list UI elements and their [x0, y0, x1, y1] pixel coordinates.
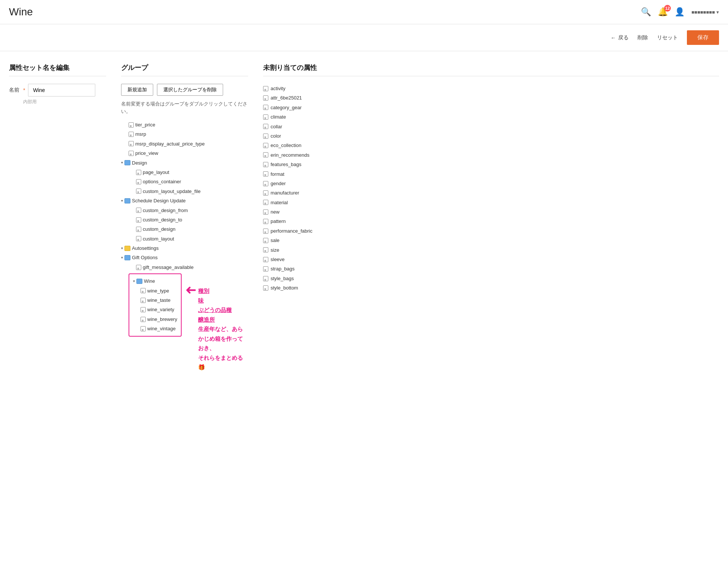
attr-icon [263, 152, 268, 157]
attr-icon [263, 247, 268, 252]
middle-panel-title: グループ [121, 63, 248, 76]
delete-button[interactable]: 削除 [638, 34, 648, 41]
name-hint: 内部用 [23, 99, 106, 105]
tree-item[interactable]: options_container [121, 177, 248, 186]
attr-icon [136, 265, 141, 270]
unassigned-item[interactable]: performance_fabric [263, 226, 719, 236]
back-button[interactable]: ← 戻る [611, 34, 629, 41]
attr-icon [263, 171, 268, 177]
unassigned-item[interactable]: gender [263, 179, 719, 188]
tree-item-wine-type[interactable]: wine_type [133, 286, 177, 295]
search-button[interactable]: 🔍 [641, 7, 651, 17]
annotation-text: 種別 味 ぶどうの品種 醸造所 生産年など、あらかじめ箱を作っておき、 それらを… [198, 286, 248, 372]
tree-folder-wine[interactable]: ▾ Wine [133, 276, 177, 286]
group-buttons: 新規追加 選択したグループを削除 [121, 84, 248, 96]
attr-icon [136, 189, 141, 194]
unassigned-item[interactable]: strap_bags [263, 264, 719, 273]
annotation-line6: それらをまとめる🎁 [198, 353, 248, 372]
notification-button[interactable]: 🔔 12 [658, 7, 668, 17]
annotation-line1: 種別 [198, 286, 248, 296]
attr-icon [263, 134, 268, 139]
tree-item[interactable]: msrp_display_actual_price_type [121, 139, 248, 148]
expand-icon: ▾ [121, 245, 123, 252]
reset-button[interactable]: リセット [657, 34, 678, 41]
unassigned-item[interactable]: size [263, 245, 719, 255]
tree-item[interactable]: page_layout [121, 168, 248, 177]
tree-item-wine-brewery[interactable]: wine_brewery [133, 315, 177, 324]
unassigned-item[interactable]: style_bags [263, 274, 719, 283]
wine-highlight-box: ▾ Wine wine_type wine_taste wine_v [129, 273, 182, 336]
unassigned-item[interactable]: climate [263, 112, 719, 122]
unassigned-item[interactable]: erin_recommends [263, 150, 719, 160]
name-label: 名前 [9, 87, 19, 94]
user-icon-button[interactable]: 👤 [675, 7, 685, 17]
tree-item-wine-variety[interactable]: wine_variety [133, 305, 177, 314]
attr-icon [263, 285, 268, 291]
tree-folder-gift[interactable]: ▾ Gift Options [121, 253, 248, 262]
tree-folder-autosettings[interactable]: ▾ Autosettings [121, 243, 248, 253]
attr-icon [141, 317, 146, 322]
tree-item-wine-taste[interactable]: wine_taste [133, 295, 177, 305]
tree-folder-schedule[interactable]: ▾ Schedule Design Update [121, 196, 248, 205]
unassigned-item[interactable]: color [263, 131, 719, 141]
save-button[interactable]: 保存 [687, 30, 719, 45]
chevron-down-icon: ▾ [716, 9, 719, 15]
attr-icon [136, 236, 141, 241]
tree-item[interactable]: custom_design [121, 224, 248, 234]
attr-icon [263, 181, 268, 186]
tree-item[interactable]: price_view [121, 148, 248, 158]
unassigned-item[interactable]: new [263, 207, 719, 217]
required-indicator: * [23, 87, 25, 93]
attr-icon [129, 141, 134, 146]
annotation-line2: 味 [198, 296, 248, 306]
tree-item-wine-vintage[interactable]: wine_vintage [133, 324, 177, 333]
attr-icon [263, 143, 268, 148]
attr-icon [263, 229, 268, 234]
delete-group-button[interactable]: 選択したグループを削除 [157, 84, 223, 96]
middle-panel: グループ 新規追加 選択したグループを削除 名前変更する場合はグループをダブルク… [121, 63, 263, 372]
tree-item[interactable]: custom_layout_update_file [121, 187, 248, 196]
unassigned-item[interactable]: pattern [263, 217, 719, 226]
attr-icon [263, 162, 268, 167]
unassigned-item[interactable]: manufacturer [263, 188, 719, 197]
unassigned-item[interactable]: style_bottom [263, 283, 719, 292]
folder-icon [124, 255, 130, 260]
attr-icon [136, 208, 141, 213]
group-hint: 名前変更する場合はグループをダブルクリックしてください。 [121, 100, 248, 115]
folder-icon [124, 160, 130, 165]
attr-icon [141, 298, 146, 303]
attr-icon [263, 238, 268, 243]
unassigned-item[interactable]: sale [263, 236, 719, 245]
tree-item[interactable]: msrp [121, 129, 248, 139]
unassigned-item[interactable]: attr_6be25021 [263, 93, 719, 102]
tree-item[interactable]: tier_price [121, 120, 248, 129]
unassigned-item[interactable]: sleeve [263, 255, 719, 264]
left-panel-title: 属性セット名を編集 [9, 63, 106, 76]
user-name-button[interactable]: ■■■■■■■■ ▾ [691, 9, 719, 15]
unassigned-item[interactable]: format [263, 169, 719, 179]
back-arrow-icon: ← [611, 35, 616, 41]
header: Wine 🔍 🔔 12 👤 ■■■■■■■■ ▾ [0, 0, 728, 24]
attr-icon [129, 122, 134, 128]
tree-item[interactable]: custom_design_from [121, 206, 248, 215]
unassigned-item[interactable]: category_gear [263, 103, 719, 112]
tree-item[interactable]: gift_message_available [121, 263, 248, 272]
unassigned-item[interactable]: collar [263, 122, 719, 131]
tree-folder-design[interactable]: ▾ Design [121, 158, 248, 168]
attr-icon [263, 114, 268, 120]
expand-icon: ▾ [121, 197, 123, 204]
tree-item[interactable]: custom_design_to [121, 215, 248, 224]
tree-item-custom-layout[interactable]: custom_layout [121, 234, 248, 243]
unassigned-item[interactable]: eco_collection [263, 141, 719, 150]
unassigned-item[interactable]: activity [263, 84, 719, 93]
attr-icon [136, 170, 141, 175]
attr-icon [141, 307, 146, 312]
attr-icon [129, 132, 134, 137]
name-input[interactable] [28, 84, 95, 96]
add-group-button[interactable]: 新規追加 [121, 84, 153, 96]
unassigned-item[interactable]: material [263, 198, 719, 207]
attr-icon [263, 219, 268, 224]
attr-icon [263, 200, 268, 205]
unassigned-item[interactable]: features_bags [263, 160, 719, 169]
folder-icon [124, 198, 130, 203]
